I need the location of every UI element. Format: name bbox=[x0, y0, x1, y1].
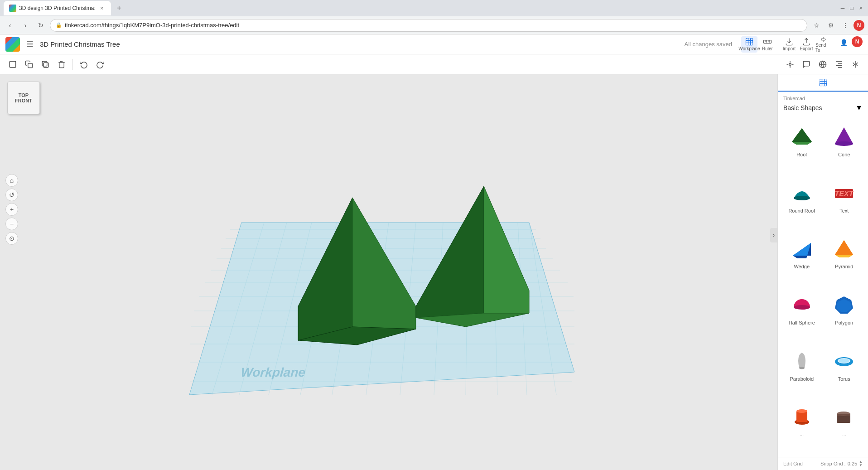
star-icon[interactable]: ☆ bbox=[810, 19, 823, 32]
app-menu-icon[interactable]: ☰ bbox=[24, 38, 36, 51]
svg-rect-13 bbox=[42, 61, 47, 66]
round-roof-icon bbox=[788, 179, 815, 206]
undo-btn[interactable] bbox=[77, 57, 91, 72]
new-btn[interactable] bbox=[5, 57, 20, 72]
cone-icon bbox=[830, 123, 858, 150]
viewport[interactable]: TOP FRONT ⌂ ↺ + − ⊙ bbox=[0, 74, 777, 470]
action-buttons: Import Export Send To bbox=[781, 36, 832, 53]
header-right-btns: Workplane Ruler bbox=[741, 36, 863, 53]
shape-label-cone: Cone bbox=[838, 152, 850, 157]
shape-label-wedge: Wedge bbox=[794, 264, 810, 269]
app-title: 3D Printed Christmas Tree bbox=[40, 40, 120, 48]
shapes-tab[interactable] bbox=[778, 74, 868, 92]
new-tab-button[interactable]: + bbox=[113, 2, 125, 15]
extensions-icon[interactable]: ⚙ bbox=[825, 19, 837, 32]
svg-point-79 bbox=[796, 409, 807, 413]
shapes-grid: Roof Cone bbox=[778, 116, 868, 457]
chevron-right-icon: › bbox=[773, 232, 775, 238]
shape-label-torus: Torus bbox=[838, 376, 850, 382]
shape-label-11: ... bbox=[800, 432, 804, 437]
profile-icon[interactable]: 👤 bbox=[837, 36, 850, 49]
view-btn[interactable] bbox=[815, 57, 830, 72]
shape-item-cone[interactable]: Cone bbox=[824, 119, 865, 174]
svg-point-73 bbox=[799, 367, 805, 369]
shape-item-half-sphere[interactable]: Half Sphere bbox=[781, 287, 822, 342]
toolbar bbox=[0, 54, 868, 74]
edit-grid-label[interactable]: Edit Grid bbox=[783, 461, 803, 466]
shape-item-pyramid[interactable]: Pyramid bbox=[824, 231, 865, 286]
import-label: Import bbox=[783, 46, 796, 51]
shape-item-torus[interactable]: Torus bbox=[824, 344, 865, 398]
send-to-btn[interactable]: Send To bbox=[815, 36, 832, 53]
address-text: tinkercad.com/things/1qbKM7P9imO-3d-prin… bbox=[65, 22, 801, 29]
app-container: ☰ 3D Printed Christmas Tree All changes … bbox=[0, 34, 868, 470]
export-btn[interactable]: Export bbox=[798, 36, 815, 53]
import-btn[interactable]: Import bbox=[781, 36, 797, 53]
menu-icon[interactable]: ⋮ bbox=[839, 19, 852, 32]
wedge-icon bbox=[788, 235, 815, 262]
user-avatar[interactable]: N bbox=[854, 20, 864, 31]
browser-chrome: 3D design 3D Printed Christma: × + ─ □ ×… bbox=[0, 0, 868, 34]
roof-icon bbox=[788, 123, 815, 150]
tab-bar: 3D design 3D Printed Christma: × + ─ □ × bbox=[0, 0, 868, 16]
polygon-icon bbox=[830, 291, 858, 318]
shape-item-round-roof[interactable]: Round Roof bbox=[781, 175, 822, 230]
delete-btn[interactable] bbox=[54, 57, 69, 72]
close-window-btn[interactable]: × bbox=[857, 5, 864, 12]
copy-btn[interactable] bbox=[22, 57, 36, 72]
svg-rect-10 bbox=[10, 61, 16, 68]
svg-point-61 bbox=[794, 196, 810, 200]
svg-rect-82 bbox=[837, 414, 850, 416]
duplicate-btn[interactable] bbox=[38, 57, 53, 72]
workplane-btn[interactable]: Workplane bbox=[741, 36, 757, 53]
workplane-label: Workplane bbox=[738, 46, 760, 51]
ruler-btn[interactable]: Ruler bbox=[759, 36, 776, 53]
snap-grid: Snap Grid : 0.25 ▲▼ bbox=[820, 460, 863, 467]
expand-panel-btn[interactable]: › bbox=[770, 228, 777, 242]
tab-favicon bbox=[9, 5, 16, 12]
tab-close-btn[interactable]: × bbox=[98, 5, 106, 12]
snap-controls[interactable]: ▲▼ bbox=[859, 460, 863, 467]
app-header: ☰ 3D Printed Christmas Tree All changes … bbox=[0, 34, 868, 54]
shape-item-roof[interactable]: Roof bbox=[781, 119, 822, 174]
text-shape-icon: TEXT bbox=[830, 179, 858, 206]
main-area: TOP FRONT ⌂ ↺ + − ⊙ bbox=[0, 74, 868, 470]
tinkercad-logo bbox=[5, 37, 20, 52]
user-avatar-app[interactable]: N bbox=[852, 36, 863, 47]
shape-label-paraboloid: Paraboloid bbox=[790, 376, 814, 382]
svg-point-70 bbox=[794, 305, 810, 310]
back-button[interactable]: ‹ bbox=[4, 19, 16, 32]
shape-label-12: ... bbox=[842, 432, 846, 437]
shape-item-paraboloid[interactable]: Paraboloid bbox=[781, 344, 822, 398]
comment-btn[interactable] bbox=[799, 57, 814, 72]
snap-btn[interactable] bbox=[783, 57, 797, 72]
shape-item-wedge[interactable]: Wedge bbox=[781, 231, 822, 286]
scene-container: Workplane bbox=[0, 74, 777, 470]
panel-section-label: Tinkercad bbox=[778, 92, 868, 102]
window-controls: ─ □ × bbox=[839, 5, 864, 12]
svg-rect-11 bbox=[28, 63, 33, 68]
shape-item-11[interactable]: ... bbox=[781, 399, 822, 453]
refresh-button[interactable]: ↻ bbox=[34, 19, 47, 32]
workplane-text-label: Workplane bbox=[240, 365, 306, 379]
svg-marker-58 bbox=[792, 142, 812, 145]
shape-item-text[interactable]: TEXT Text bbox=[824, 175, 865, 230]
maximize-btn[interactable]: □ bbox=[848, 5, 855, 12]
paraboloid-icon bbox=[788, 347, 815, 374]
redo-btn[interactable] bbox=[93, 57, 107, 72]
panel-dropdown[interactable]: Basic Shapes ▼ bbox=[778, 102, 868, 116]
address-bar[interactable]: 🔒 tinkercad.com/things/1qbKM7P9imO-3d-pr… bbox=[50, 19, 807, 32]
shape-label-half-sphere: Half Sphere bbox=[789, 320, 815, 325]
shape-item-12[interactable]: ... bbox=[824, 399, 865, 453]
toolbar-divider bbox=[72, 59, 73, 70]
mirror-btn[interactable] bbox=[848, 57, 863, 72]
shape11-icon bbox=[788, 403, 815, 430]
forward-button[interactable]: › bbox=[19, 19, 32, 32]
align-btn[interactable] bbox=[832, 57, 846, 72]
svg-point-14 bbox=[789, 63, 791, 65]
minimize-btn[interactable]: ─ bbox=[839, 5, 846, 12]
active-tab[interactable]: 3D design 3D Printed Christma: × bbox=[4, 1, 111, 15]
shape-item-polygon[interactable]: Polygon bbox=[824, 287, 865, 342]
svg-text:TEXT: TEXT bbox=[835, 190, 854, 198]
torus-icon bbox=[830, 347, 858, 374]
